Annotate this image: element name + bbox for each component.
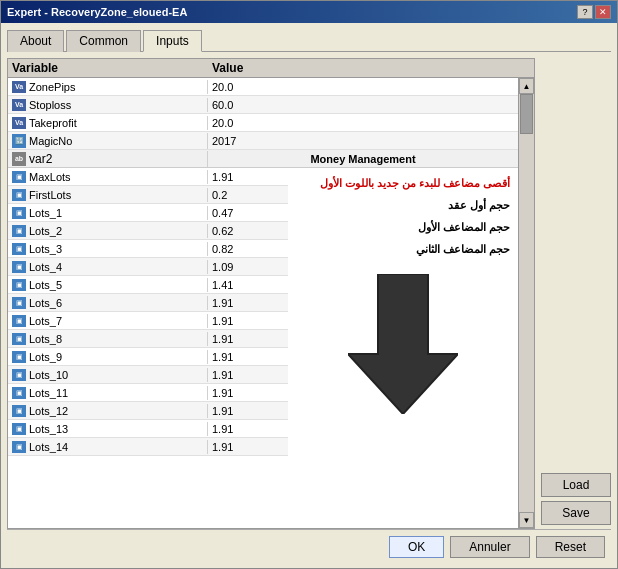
val-zonepips[interactable]: 20.0 xyxy=(208,80,518,94)
val-lots4[interactable]: 1.09 xyxy=(208,260,288,274)
cell-var-lots11: ▣ Lots_11 xyxy=(8,386,208,400)
annotation-line2: حجم أول عقد xyxy=(296,194,510,216)
table-row-lots14[interactable]: ▣ Lots_14 1.91 xyxy=(8,438,288,456)
annuler-button[interactable]: Annuler xyxy=(450,536,529,558)
table-wrapper: Va ZonePips 20.0 Va Stoploss 60.0 xyxy=(8,78,534,528)
table-scrollbar[interactable]: ▲ ▼ xyxy=(518,78,534,528)
table-row-lots9[interactable]: ▣ Lots_9 1.91 xyxy=(8,348,288,366)
table-row-lots12[interactable]: ▣ Lots_12 1.91 xyxy=(8,402,288,420)
var-lots12: Lots_12 xyxy=(29,405,68,417)
title-controls: ? ✕ xyxy=(577,5,611,19)
cell-var-lots5: ▣ Lots_5 xyxy=(8,278,208,292)
icon-img-lots8: ▣ xyxy=(12,333,26,345)
var-lots14: Lots_14 xyxy=(29,441,68,453)
val-lots6[interactable]: 1.91 xyxy=(208,296,288,310)
val-lots11[interactable]: 1.91 xyxy=(208,386,288,400)
val-maxlots[interactable]: 1.91 xyxy=(208,170,288,184)
load-button[interactable]: Load xyxy=(541,473,611,497)
icon-img-lots6: ▣ xyxy=(12,297,26,309)
icon-img-lots11: ▣ xyxy=(12,387,26,399)
var-magicno: MagicNo xyxy=(29,135,72,147)
table-row-lots10[interactable]: ▣ Lots_10 1.91 xyxy=(8,366,288,384)
var-takeprofit: Takeprofit xyxy=(29,117,77,129)
val-lots12[interactable]: 1.91 xyxy=(208,404,288,418)
cell-var-lots8: ▣ Lots_8 xyxy=(8,332,208,346)
var-lots13: Lots_13 xyxy=(29,423,68,435)
icon-img-lots5: ▣ xyxy=(12,279,26,291)
table-row-lots6[interactable]: ▣ Lots_6 1.91 xyxy=(8,294,288,312)
col-variable-header: Variable xyxy=(12,61,212,75)
table-row-lots11[interactable]: ▣ Lots_11 1.91 xyxy=(8,384,288,402)
val-takeprofit[interactable]: 20.0 xyxy=(208,116,518,130)
table-row-lots7[interactable]: ▣ Lots_7 1.91 xyxy=(8,312,288,330)
table-scroll-content: Va ZonePips 20.0 Va Stoploss 60.0 xyxy=(8,78,518,528)
val-lots7[interactable]: 1.91 xyxy=(208,314,288,328)
icon-img-lots7: ▣ xyxy=(12,315,26,327)
table-row[interactable]: Va Takeprofit 20.0 xyxy=(8,114,518,132)
table-row-lots3[interactable]: ▣ Lots_3 0.82 xyxy=(8,240,288,258)
table-row[interactable]: Va Stoploss 60.0 xyxy=(8,96,518,114)
var2-left: ab var2 xyxy=(8,151,208,167)
table-row-lots4[interactable]: ▣ Lots_4 1.09 xyxy=(8,258,288,276)
cell-var-lots14: ▣ Lots_14 xyxy=(8,440,208,454)
tab-inputs[interactable]: Inputs xyxy=(143,30,202,52)
val-lots9[interactable]: 1.91 xyxy=(208,350,288,364)
val-lots13[interactable]: 1.91 xyxy=(208,422,288,436)
icon-img-firstlots: ▣ xyxy=(12,189,26,201)
icon-va-zonepips: Va xyxy=(12,81,26,93)
save-button[interactable]: Save xyxy=(541,501,611,525)
scroll-down-button[interactable]: ▼ xyxy=(519,512,534,528)
bottom-bar: OK Annuler Reset xyxy=(7,529,611,562)
icon-va-stoploss: Va xyxy=(12,99,26,111)
val-lots1[interactable]: 0.47 xyxy=(208,206,288,220)
table-row[interactable]: Va ZonePips 20.0 xyxy=(8,78,518,96)
val-magicno[interactable]: 2017 xyxy=(208,134,518,148)
scroll-track[interactable] xyxy=(519,94,534,512)
table-area: Variable Value Va ZonePips 20.0 xyxy=(7,58,535,529)
icon-img-lots1: ▣ xyxy=(12,207,26,219)
help-button[interactable]: ? xyxy=(577,5,593,19)
close-button[interactable]: ✕ xyxy=(595,5,611,19)
annotation-line1: أقصى مضاعف للبدء من جديد باللوت الأول xyxy=(296,172,510,194)
val-lots5[interactable]: 1.41 xyxy=(208,278,288,292)
var-zonepips: ZonePips xyxy=(29,81,75,93)
reset-button[interactable]: Reset xyxy=(536,536,605,558)
table-row-maxlots[interactable]: ▣ MaxLots 1.91 xyxy=(8,168,288,186)
annotation-line3: حجم المضاعف الأول xyxy=(296,216,510,238)
cell-var-lots10: ▣ Lots_10 xyxy=(8,368,208,382)
table-row-lots2[interactable]: ▣ Lots_2 0.62 xyxy=(8,222,288,240)
val-lots10[interactable]: 1.91 xyxy=(208,368,288,382)
ok-button[interactable]: OK xyxy=(389,536,444,558)
cell-var-zonepips: Va ZonePips xyxy=(8,80,208,94)
val-lots3[interactable]: 0.82 xyxy=(208,242,288,256)
table-row[interactable]: 🔢 MagicNo 2017 xyxy=(8,132,518,150)
val-lots2[interactable]: 0.62 xyxy=(208,224,288,238)
annotation-line4: حجم المضاعف الثاني xyxy=(296,238,510,260)
val-firstlots[interactable]: 0.2 xyxy=(208,188,288,202)
scroll-up-button[interactable]: ▲ xyxy=(519,78,534,94)
tab-about[interactable]: About xyxy=(7,30,64,52)
table-row-lots13[interactable]: ▣ Lots_13 1.91 xyxy=(8,420,288,438)
var-maxlots: MaxLots xyxy=(29,171,71,183)
table-row-lots8[interactable]: ▣ Lots_8 1.91 xyxy=(8,330,288,348)
table-row-firstlots[interactable]: ▣ FirstLots 0.2 xyxy=(8,186,288,204)
main-content: Variable Value Va ZonePips 20.0 xyxy=(7,58,611,529)
cell-var-lots4: ▣ Lots_4 xyxy=(8,260,208,274)
tab-common[interactable]: Common xyxy=(66,30,141,52)
var-lots5: Lots_5 xyxy=(29,279,62,291)
var-stoploss: Stoploss xyxy=(29,99,71,111)
icon-ab-var2: ab xyxy=(12,152,26,166)
table-row-lots5[interactable]: ▣ Lots_5 1.41 xyxy=(8,276,288,294)
cell-var-lots6: ▣ Lots_6 xyxy=(8,296,208,310)
down-arrow-container xyxy=(288,264,518,414)
tab-bar: About Common Inputs xyxy=(7,29,611,52)
val-lots14[interactable]: 1.91 xyxy=(208,440,288,454)
cell-var-lots9: ▣ Lots_9 xyxy=(8,350,208,364)
table-row-lots1[interactable]: ▣ Lots_1 0.47 xyxy=(8,204,288,222)
icon-img-lots2: ▣ xyxy=(12,225,26,237)
val-lots8[interactable]: 1.91 xyxy=(208,332,288,346)
icon-img-lots3: ▣ xyxy=(12,243,26,255)
scroll-thumb[interactable] xyxy=(520,94,533,134)
val-stoploss[interactable]: 60.0 xyxy=(208,98,518,112)
icon-img-lots14: ▣ xyxy=(12,441,26,453)
